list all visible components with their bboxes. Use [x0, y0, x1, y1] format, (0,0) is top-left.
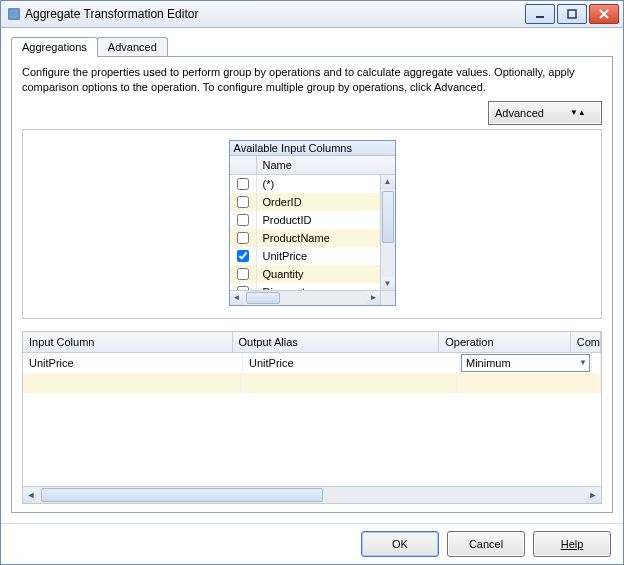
- list-item[interactable]: ProductID: [230, 211, 381, 229]
- advanced-toggle-button[interactable]: Advanced ▼▲: [488, 101, 602, 125]
- advanced-row: Advanced ▼▲: [22, 101, 602, 125]
- scroll-thumb[interactable]: [41, 488, 323, 502]
- row-checkbox[interactable]: [237, 196, 249, 208]
- list-item[interactable]: OrderID: [230, 193, 381, 211]
- output-horizontal-scrollbar[interactable]: ◄ ►: [23, 486, 601, 503]
- name-column-header[interactable]: Name: [257, 156, 395, 174]
- expand-icon: ▼▲: [570, 108, 586, 117]
- row-checkbox[interactable]: [237, 250, 249, 262]
- scroll-thumb[interactable]: [382, 191, 394, 243]
- scroll-right-icon[interactable]: ►: [585, 487, 601, 503]
- advanced-toggle-label: Advanced: [495, 107, 544, 119]
- table-row-empty[interactable]: [23, 373, 601, 393]
- cancel-button[interactable]: Cancel: [447, 531, 525, 557]
- titlebar: Aggregate Transformation Editor: [1, 1, 623, 28]
- tab-aggregations[interactable]: Aggregations: [11, 37, 98, 57]
- output-grid: Input Column Output Alias Operation Com …: [22, 331, 602, 504]
- vertical-scrollbar[interactable]: ▲ ▼: [380, 175, 395, 291]
- close-button[interactable]: [589, 4, 619, 24]
- svg-rect-0: [9, 9, 20, 20]
- scroll-right-icon[interactable]: ►: [367, 291, 381, 305]
- available-columns-body: (*) OrderID ProductID ProductName UnitPr…: [230, 175, 395, 305]
- available-columns-caption: Available Input Columns: [230, 141, 395, 156]
- available-columns-box: Available Input Columns Name (*) OrderID…: [229, 140, 396, 306]
- tab-page-aggregations: Configure the properties used to perform…: [11, 56, 613, 513]
- operation-dropdown[interactable]: Minimum ▼: [461, 354, 590, 372]
- list-item[interactable]: Quantity: [230, 265, 381, 283]
- scroll-track[interactable]: [39, 487, 585, 503]
- window-title: Aggregate Transformation Editor: [25, 7, 525, 21]
- available-columns-header: Name: [230, 156, 395, 175]
- ok-button[interactable]: OK: [361, 531, 439, 557]
- table-row[interactable]: UnitPrice UnitPrice Minimum ▼: [23, 353, 601, 373]
- row-label: ProductName: [257, 232, 381, 244]
- scroll-thumb[interactable]: [246, 292, 280, 304]
- tab-advanced[interactable]: Advanced: [97, 37, 168, 56]
- cell-operation[interactable]: Minimum ▼: [460, 353, 592, 373]
- tab-strip: Aggregations Advanced: [11, 34, 613, 56]
- col-output-alias[interactable]: Output Alias: [233, 332, 440, 352]
- row-checkbox[interactable]: [237, 268, 249, 280]
- row-checkbox[interactable]: [237, 178, 249, 190]
- scroll-up-icon[interactable]: ▲: [381, 175, 395, 189]
- scroll-track[interactable]: [381, 189, 395, 277]
- row-label: OrderID: [257, 196, 381, 208]
- chevron-down-icon: ▼: [579, 353, 587, 373]
- window-buttons: [525, 4, 619, 24]
- available-columns-rows: (*) OrderID ProductID ProductName UnitPr…: [230, 175, 381, 291]
- help-button[interactable]: Help: [533, 531, 611, 557]
- scroll-track[interactable]: [244, 291, 367, 305]
- row-label: ProductID: [257, 214, 381, 226]
- horizontal-scrollbar[interactable]: ◄ ►: [230, 290, 381, 305]
- editor-window: Aggregate Transformation Editor Aggregat…: [0, 0, 624, 565]
- cell-comparison[interactable]: [592, 353, 601, 373]
- svg-rect-2: [568, 10, 576, 18]
- checkbox-column-header[interactable]: [230, 156, 257, 174]
- description-text: Configure the properties used to perform…: [22, 65, 602, 95]
- cell-input-column[interactable]: UnitPrice: [23, 353, 243, 373]
- list-item[interactable]: (*): [230, 175, 381, 193]
- columns-panel: Available Input Columns Name (*) OrderID…: [22, 129, 602, 319]
- client-area: Aggregations Advanced Configure the prop…: [1, 28, 623, 523]
- col-input-column[interactable]: Input Column: [23, 332, 233, 352]
- scroll-left-icon[interactable]: ◄: [230, 291, 244, 305]
- output-grid-body: UnitPrice UnitPrice Minimum ▼: [23, 353, 601, 486]
- dialog-footer: OK Cancel Help: [1, 523, 623, 564]
- app-icon: [7, 7, 21, 21]
- operation-value: Minimum: [466, 353, 511, 373]
- scroll-down-icon[interactable]: ▼: [381, 277, 395, 291]
- row-checkbox[interactable]: [237, 232, 249, 244]
- list-item[interactable]: UnitPrice: [230, 247, 381, 265]
- row-label: (*): [257, 178, 381, 190]
- output-grid-header: Input Column Output Alias Operation Com: [23, 332, 601, 353]
- scroll-left-icon[interactable]: ◄: [23, 487, 39, 503]
- col-comparison[interactable]: Com: [571, 332, 601, 352]
- maximize-button[interactable]: [557, 4, 587, 24]
- cell-output-alias[interactable]: UnitPrice: [243, 353, 460, 373]
- row-label: Quantity: [257, 268, 381, 280]
- list-item[interactable]: ProductName: [230, 229, 381, 247]
- row-label: UnitPrice: [257, 250, 381, 262]
- col-operation[interactable]: Operation: [439, 332, 571, 352]
- row-checkbox[interactable]: [237, 214, 249, 226]
- minimize-button[interactable]: [525, 4, 555, 24]
- scroll-corner: [380, 290, 395, 305]
